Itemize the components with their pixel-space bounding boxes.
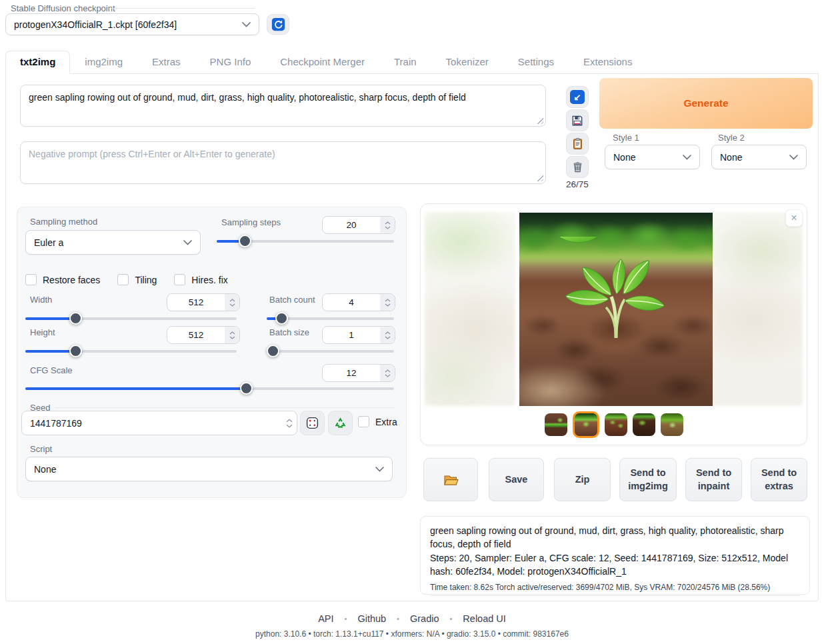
batch-count-label: Batch count xyxy=(269,295,315,305)
checkbox-box[interactable] xyxy=(174,274,185,285)
hires-fix-checkbox[interactable]: Hires. fix xyxy=(174,274,227,285)
gallery-preview-left[interactable] xyxy=(425,212,515,406)
checkbox-box[interactable] xyxy=(358,416,369,427)
style1-select[interactable]: None xyxy=(605,145,700,169)
generation-info-prompt: green sapling rowing out of ground, mud,… xyxy=(430,524,800,551)
open-folder-button[interactable] xyxy=(423,458,478,501)
seed-value[interactable]: 1441787169 xyxy=(22,411,282,435)
clear-prompt-button[interactable] xyxy=(566,156,589,178)
tab-img2img[interactable]: img2img xyxy=(85,51,123,73)
apply-style-button[interactable] xyxy=(566,133,589,155)
chevron-down-icon xyxy=(183,240,192,245)
tab-extensions[interactable]: Extensions xyxy=(583,51,632,73)
slider-thumb[interactable] xyxy=(69,312,82,325)
footer-link-reload-ui[interactable]: Reload UI xyxy=(463,613,505,624)
stepper-arrows-icon[interactable] xyxy=(225,327,239,343)
tab-checkpoint-merger[interactable]: Checkpoint Merger xyxy=(280,51,365,73)
batch-size-number[interactable]: 1 xyxy=(322,326,395,344)
stepper-arrows-icon[interactable] xyxy=(380,217,395,233)
tab-train[interactable]: Train xyxy=(394,51,417,73)
seed-input[interactable]: 1441787169 xyxy=(21,411,297,435)
style2-label: Style 2 xyxy=(718,133,745,143)
stepper-arrows-icon[interactable] xyxy=(380,294,395,311)
slider-thumb[interactable] xyxy=(240,382,253,395)
slider-track[interactable] xyxy=(267,350,394,353)
send-to-img2img-button[interactable]: Send to img2img xyxy=(619,458,677,501)
sampling-steps-label: Sampling steps xyxy=(221,217,281,227)
footer-link-github[interactable]: Github xyxy=(357,613,386,624)
close-icon: × xyxy=(791,212,797,224)
cfg-scale-value[interactable]: 12 xyxy=(323,365,380,381)
paste-generation-params-button[interactable]: ↙ xyxy=(566,86,589,108)
stepper-arrows-icon[interactable] xyxy=(282,411,297,435)
checkbox-box[interactable] xyxy=(25,274,37,285)
footer-link-api[interactable]: API xyxy=(318,613,333,624)
refresh-checkpoint-button[interactable] xyxy=(267,14,289,35)
script-select[interactable]: None xyxy=(25,457,393,481)
restore-faces-checkbox[interactable]: Restore faces xyxy=(25,274,100,285)
tiling-label: Tiling xyxy=(135,275,157,285)
random-seed-button[interactable] xyxy=(300,411,325,435)
tab-png-info[interactable]: PNG Info xyxy=(210,51,251,73)
feature-checkbox-row: Restore faces Tiling Hires. fix xyxy=(25,274,228,285)
tab-extras[interactable]: Extras xyxy=(152,51,181,73)
gallery-thumbnail-4[interactable] xyxy=(633,413,655,436)
floppy-disk-icon xyxy=(571,114,584,127)
checkpoint-select[interactable]: protogenX34OfficialR_1.ckpt [60fe2f34] xyxy=(5,13,259,35)
slider-track[interactable] xyxy=(25,317,237,320)
cfg-scale-number[interactable]: 12 xyxy=(322,364,395,382)
slider-thumb[interactable] xyxy=(69,345,82,357)
stepper-arrows-icon[interactable] xyxy=(225,294,239,311)
close-gallery-button[interactable]: × xyxy=(785,209,803,227)
sampling-steps-slider[interactable] xyxy=(217,235,394,247)
batch-size-value[interactable]: 1 xyxy=(323,327,380,343)
width-value[interactable]: 512 xyxy=(167,294,225,311)
cfg-scale-slider[interactable] xyxy=(25,382,394,395)
height-number[interactable]: 512 xyxy=(167,326,240,344)
sampling-method-select[interactable]: Euler a xyxy=(25,230,201,255)
prompt-input[interactable]: green sapling rowing out of ground, mud,… xyxy=(20,85,546,127)
style1-value: None xyxy=(613,152,635,163)
gallery-thumbnail-3[interactable] xyxy=(605,413,627,436)
footer-link-gradio[interactable]: Gradio xyxy=(410,613,439,624)
generated-image[interactable] xyxy=(519,213,713,406)
width-slider[interactable] xyxy=(25,312,237,325)
style2-select[interactable]: None xyxy=(711,145,807,169)
prompt-field-wrap: green sapling rowing out of ground, mud,… xyxy=(20,85,546,127)
gallery-preview-right[interactable] xyxy=(712,212,803,406)
stepper-arrows-icon[interactable] xyxy=(380,365,395,381)
sampling-steps-value[interactable]: 20 xyxy=(323,217,380,233)
extra-seed-checkbox[interactable]: Extra xyxy=(358,416,397,427)
gallery-thumbnail-1[interactable] xyxy=(545,413,567,436)
batch-size-slider[interactable] xyxy=(267,345,394,357)
send-to-inpaint-button[interactable]: Send to inpaint xyxy=(685,458,742,501)
negative-prompt-input[interactable] xyxy=(20,141,546,184)
height-slider[interactable] xyxy=(25,345,237,357)
tab-settings[interactable]: Settings xyxy=(518,51,554,73)
checkbox-box[interactable] xyxy=(117,274,129,285)
gallery-thumbnail-5[interactable] xyxy=(661,413,683,436)
stepper-arrows-icon[interactable] xyxy=(380,327,395,343)
slider-track[interactable] xyxy=(25,387,394,390)
generate-button[interactable]: Generate xyxy=(599,78,813,129)
batch-count-value[interactable]: 4 xyxy=(323,294,380,311)
slider-thumb[interactable] xyxy=(239,235,251,247)
zip-button[interactable]: Zip xyxy=(554,458,611,501)
batch-count-number[interactable]: 4 xyxy=(322,293,395,311)
dice-icon xyxy=(305,416,319,430)
tab-tokenizer[interactable]: Tokenizer xyxy=(446,51,489,73)
sampling-steps-number[interactable]: 20 xyxy=(322,216,395,234)
reuse-seed-button[interactable] xyxy=(328,411,353,435)
send-to-extras-button[interactable]: Send to extras xyxy=(751,458,807,501)
slider-track[interactable] xyxy=(25,350,237,353)
slider-thumb[interactable] xyxy=(267,345,279,357)
height-value[interactable]: 512 xyxy=(167,327,225,343)
slider-thumb[interactable] xyxy=(275,312,288,325)
batch-count-slider[interactable] xyxy=(267,312,394,325)
tiling-checkbox[interactable]: Tiling xyxy=(117,274,157,285)
gallery-thumbnail-2-selected[interactable] xyxy=(573,411,599,438)
width-number[interactable]: 512 xyxy=(167,293,240,311)
tab-txt2img[interactable]: txt2img xyxy=(5,51,70,74)
save-button[interactable]: Save xyxy=(489,458,544,501)
save-style-button[interactable] xyxy=(566,109,589,131)
